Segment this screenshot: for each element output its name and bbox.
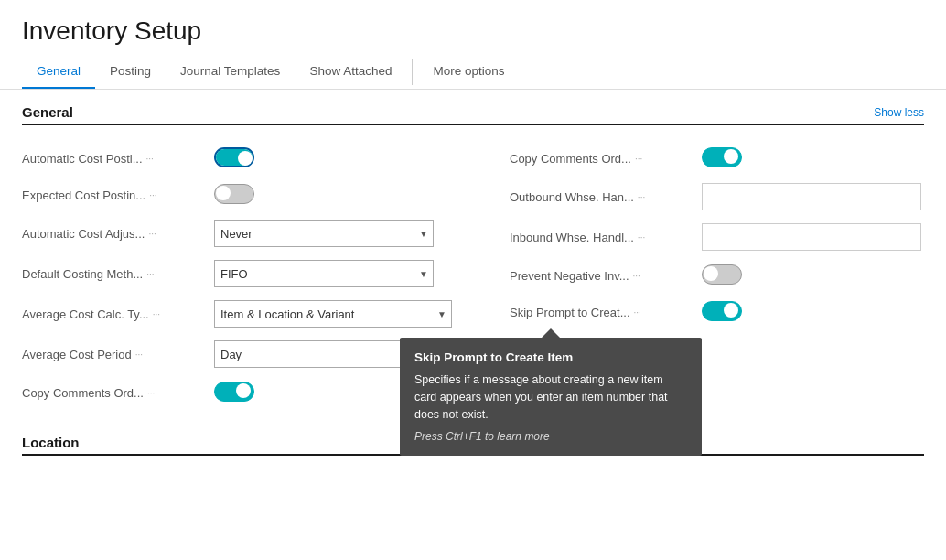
default-costing-meth-dots: ···: [146, 269, 154, 279]
auto-cost-adjust-label: Automatic Cost Adjus...: [22, 227, 145, 241]
field-copy-comments-right: Copy Comments Ord... ···: [510, 140, 924, 177]
nav-divider: [412, 59, 413, 85]
auto-cost-posting-label: Automatic Cost Posti...: [22, 152, 143, 166]
tooltip-hint: Press Ctrl+F1 to learn more: [414, 430, 687, 443]
copy-comments-left-toggle[interactable]: [214, 382, 254, 402]
tab-general[interactable]: General: [22, 55, 95, 89]
copy-comments-right-dots: ···: [635, 154, 642, 164]
copy-comments-right-label: Copy Comments Ord...: [510, 152, 631, 166]
outbound-whse-label: Outbound Whse. Han...: [510, 190, 634, 204]
field-auto-cost-adjust: Automatic Cost Adjus... ··· Never Day We…: [22, 213, 473, 253]
nav-tabs: General Posting Journal Templates Show A…: [0, 55, 946, 90]
field-auto-cost-posting: Automatic Cost Posti... ···: [22, 140, 473, 177]
default-costing-meth-select[interactable]: FIFO LIFO Average Specific Standard: [214, 260, 434, 287]
avg-cost-calc-dots: ···: [153, 309, 160, 319]
auto-cost-posting-toggle[interactable]: [214, 147, 254, 167]
skip-prompt-toggle[interactable]: [702, 301, 742, 321]
field-prevent-negative-inv: Prevent Negative Inv... ···: [510, 257, 924, 294]
outbound-whse-input[interactable]: [702, 183, 921, 210]
tooltip-arrow: [542, 328, 560, 338]
general-section: General Show less Automatic Cost Posti..…: [0, 90, 946, 425]
tab-more-options[interactable]: More options: [418, 55, 519, 89]
tooltip-body: Specifies if a message about creating a …: [414, 372, 687, 423]
tab-journal-templates[interactable]: Journal Templates: [166, 55, 295, 89]
skip-prompt-label: Skip Prompt to Creat...: [510, 306, 630, 319]
expected-cost-posting-label: Expected Cost Postin...: [22, 188, 145, 202]
avg-cost-calc-label: Average Cost Calc. Ty...: [22, 307, 149, 321]
show-less-link[interactable]: Show less: [874, 106, 924, 119]
auto-cost-adjust-select[interactable]: Never Day Week Month Quarter Year Always: [214, 220, 434, 247]
section-header: General Show less: [22, 104, 924, 125]
skip-prompt-dots: ···: [634, 307, 641, 318]
avg-cost-calc-wrapper: Item Item & Location Item & Location & V…: [214, 300, 452, 328]
copy-comments-right-toggle[interactable]: [702, 147, 742, 167]
skip-prompt-tooltip: Skip Prompt to Create Item Specifies if …: [400, 338, 702, 456]
field-default-costing-meth: Default Costing Meth... ··· FIFO LIFO Av…: [22, 253, 473, 294]
prevent-negative-inv-label: Prevent Negative Inv...: [510, 269, 629, 283]
auto-cost-adjust-dots: ···: [148, 229, 156, 239]
avg-cost-period-dots: ···: [135, 350, 143, 360]
tooltip-title: Skip Prompt to Create Item: [414, 350, 687, 364]
copy-comments-left-label: Copy Comments Ord...: [22, 386, 144, 400]
field-inbound-whse: Inbound Whse. Handl... ···: [510, 217, 924, 257]
inbound-whse-dots: ···: [638, 232, 645, 242]
expected-cost-posting-toggle[interactable]: [214, 184, 254, 204]
avg-cost-calc-select[interactable]: Item Item & Location Item & Location & V…: [214, 300, 452, 328]
inbound-whse-label: Inbound Whse. Handl...: [510, 231, 634, 244]
section-title: General: [22, 104, 73, 120]
copy-comments-left-dots: ···: [147, 388, 155, 398]
outbound-whse-dots: ···: [638, 192, 645, 202]
tab-posting[interactable]: Posting: [95, 55, 166, 89]
auto-cost-posting-dots: ···: [146, 154, 154, 164]
page-title: Inventory Setup: [0, 0, 946, 55]
inbound-whse-input[interactable]: [702, 223, 921, 251]
fields-grid: Automatic Cost Posti... ··· Expected Cos…: [22, 140, 924, 411]
avg-cost-period-label: Average Cost Period: [22, 348, 132, 361]
field-expected-cost-posting: Expected Cost Postin... ···: [22, 177, 473, 213]
right-column: Copy Comments Ord... ··· Outbound Whse. …: [473, 140, 924, 411]
field-skip-prompt: Skip Prompt to Creat... ··· Skip Prompt …: [510, 294, 924, 330]
auto-cost-adjust-wrapper: Never Day Week Month Quarter Year Always…: [214, 220, 434, 247]
prevent-negative-inv-toggle[interactable]: [702, 264, 742, 285]
field-outbound-whse: Outbound Whse. Han... ···: [510, 177, 924, 217]
field-avg-cost-calc: Average Cost Calc. Ty... ··· Item Item &…: [22, 294, 473, 334]
prevent-negative-inv-dots: ···: [633, 271, 640, 281]
default-costing-meth-label: Default Costing Meth...: [22, 267, 143, 281]
expected-cost-posting-dots: ···: [149, 190, 156, 200]
default-costing-meth-wrapper: FIFO LIFO Average Specific Standard ▼: [214, 260, 434, 287]
tab-show-attached[interactable]: Show Attached: [295, 55, 406, 89]
